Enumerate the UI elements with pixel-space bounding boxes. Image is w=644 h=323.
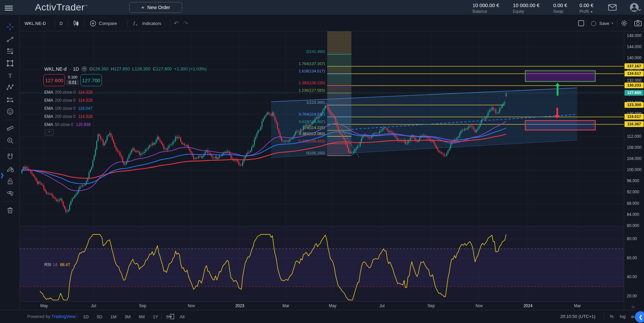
- magnet-tool-icon[interactable]: [6, 152, 14, 161]
- plus-icon: +: [141, 4, 144, 10]
- indicator-row[interactable]: EMA200 close 0114.328: [44, 98, 92, 104]
- chart-area[interactable]: 2(141.450)1.764(137.167)1.618(134.517)1.…: [20, 31, 624, 301]
- time-axis-label: Jul: [91, 303, 96, 308]
- balance-stat: 10 000.00 € Balance: [472, 2, 499, 14]
- session-clock[interactable]: 20:10:50 (UTC+1): [560, 314, 595, 319]
- profit-value: 0.00 €: [579, 2, 594, 8]
- pattern-tool-icon[interactable]: [6, 83, 14, 92]
- redo-button[interactable]: ↷: [183, 15, 188, 31]
- price-tick-label: 144.000: [627, 44, 641, 49]
- time-axis-label: Mar: [282, 303, 290, 308]
- snapshot-button[interactable]: [634, 15, 642, 31]
- lock-all-tool-icon[interactable]: [6, 177, 14, 186]
- indicator-row[interactable]: EMA50 close 0120.938: [44, 122, 90, 128]
- trend-line-tool-icon[interactable]: [6, 35, 14, 44]
- new-order-button[interactable]: +New Order: [129, 2, 182, 13]
- symbol-search-button[interactable]: WKL.NE-D: [25, 15, 46, 31]
- time-axis-label: Sep: [139, 303, 146, 308]
- range-button-5d[interactable]: 5D: [94, 313, 105, 320]
- save-layout-button[interactable]: Save ▾: [590, 15, 613, 31]
- log-scale-toggle[interactable]: log: [620, 314, 626, 319]
- daily-change: +1.300 (+1.03%): [174, 66, 207, 71]
- target-zone-box[interactable]: [525, 71, 595, 82]
- sidebar-expand-chevron[interactable]: ❯: [0, 170, 5, 180]
- price-tick-label: 140.000: [627, 56, 641, 60]
- spread-value: 0.100: [68, 75, 77, 79]
- range-button-3m[interactable]: 3M: [122, 313, 133, 320]
- text-tool-icon[interactable]: T: [6, 71, 14, 80]
- undo-button[interactable]: ↶: [174, 15, 179, 31]
- stop-zone-box[interactable]: [525, 121, 595, 130]
- projection-tool-icon[interactable]: [6, 95, 14, 104]
- price-chart-canvas[interactable]: 2(141.450)1.764(137.167)1.618(134.517)1.…: [20, 31, 624, 301]
- interval-button[interactable]: D: [60, 15, 63, 31]
- fib-band-segment: [327, 66, 351, 74]
- hamburger-menu-icon[interactable]: [5, 4, 13, 10]
- legend-symbol[interactable]: WKL.NE-d: [44, 66, 67, 72]
- time-axis-label: Nov: [188, 303, 195, 308]
- svg-text:x: x: [136, 23, 137, 26]
- zoom-in-tool-icon[interactable]: [6, 136, 14, 145]
- drawing-lock-tool-icon[interactable]: [6, 164, 14, 173]
- indicator-row[interactable]: EMA100 close 0118.047: [44, 106, 92, 112]
- time-axis[interactable]: MayJulSepNov2023MarMayJulSepNov2024Mar: [20, 301, 624, 310]
- indicators-button[interactable]: fx Indicators: [133, 15, 161, 31]
- price-tick-label: 104.000: [627, 156, 641, 161]
- level-price-badge: 116.367: [624, 121, 644, 127]
- chart-settings-button[interactable]: [620, 15, 628, 31]
- measure-tool-icon[interactable]: [6, 124, 14, 132]
- buy-button[interactable]: 127.700: [80, 74, 102, 86]
- price-tick-label: 132.000: [627, 78, 641, 83]
- price-tick-label: 92.000: [627, 190, 639, 194]
- emoji-tool-icon[interactable]: [6, 107, 14, 116]
- mail-icon[interactable]: [608, 4, 617, 11]
- range-button-all[interactable]: All: [177, 313, 187, 320]
- app-header: ActivTrader™ +New Order 10 000.00 € Bala…: [0, 0, 644, 15]
- tradingview-link[interactable]: TradingView: [51, 314, 76, 319]
- level-price-badge: 119.017: [624, 114, 644, 120]
- layout-select-button[interactable]: [578, 15, 584, 31]
- time-axis-label: 2024: [524, 303, 533, 308]
- fib-retracement-tool-icon[interactable]: [6, 47, 14, 56]
- fib-level-label: 2(141.450): [306, 50, 325, 54]
- fib-band-segment: [327, 54, 351, 66]
- svg-text:T: T: [8, 72, 12, 79]
- range-button-6m[interactable]: 6M: [136, 313, 147, 320]
- price-tick-label: 100.000: [627, 167, 641, 172]
- price-scale[interactable]: ☼ 148.000144.000140.000136.000132.000128…: [624, 31, 644, 310]
- remove-drawings-tool-icon[interactable]: [6, 205, 14, 214]
- legend-collapse-button[interactable]: ⌃: [45, 129, 54, 136]
- fib-level-label: 0.618(116.367): [299, 120, 325, 124]
- profit-stat[interactable]: 0.00 € Profit▾: [579, 2, 594, 14]
- layout-icon: [578, 20, 584, 27]
- fib-band-segment: [327, 86, 351, 93]
- equity-label: Equity: [513, 9, 539, 14]
- percent-scale-toggle[interactable]: %: [610, 314, 614, 319]
- compare-button[interactable]: Compare: [90, 15, 117, 31]
- range-button-1y[interactable]: 1Y: [150, 313, 160, 320]
- range-button-1m[interactable]: 1M: [108, 313, 119, 320]
- hide-drawings-tool-icon[interactable]: [6, 189, 14, 197]
- fib-band-segment: [327, 74, 351, 86]
- range-button-1d[interactable]: 1D: [81, 313, 91, 320]
- chart-legend: WKL.NE-d · 1D − O126.350 H127.850 L126.3…: [44, 66, 207, 72]
- panel-collapse-fab[interactable]: ❮: [635, 311, 644, 323]
- crosshair-tool-icon[interactable]: [6, 23, 14, 31]
- swap-stat: 0.00 € Swap: [553, 2, 567, 14]
- sell-button[interactable]: 127.600: [43, 74, 65, 86]
- brightness-icon[interactable]: ☼: [631, 303, 636, 309]
- fib-level-label: 1.618(134.517): [299, 69, 325, 73]
- account-avatar[interactable]: [629, 2, 643, 13]
- chart-style-button[interactable]: [72, 15, 80, 31]
- legend-interval[interactable]: 1D: [73, 66, 79, 72]
- indicator-row[interactable]: EMA200 close 0114.328: [44, 114, 92, 120]
- shapes-tool-icon[interactable]: [6, 59, 14, 68]
- activtrader-app: { "header": { "logo": "ActivTrader", "lo…: [0, 0, 644, 323]
- collapse-symbol-icon[interactable]: −: [81, 66, 87, 72]
- profit-label: Profit▾: [579, 9, 594, 14]
- level-price-badge: 137.167: [624, 63, 644, 69]
- app-logo: ActivTrader™: [35, 2, 88, 13]
- rsi-tick-label: 60.00: [627, 256, 637, 260]
- go-to-date-button[interactable]: [167, 313, 175, 320]
- indicator-row[interactable]: EMA200 close 0114.328: [44, 90, 92, 96]
